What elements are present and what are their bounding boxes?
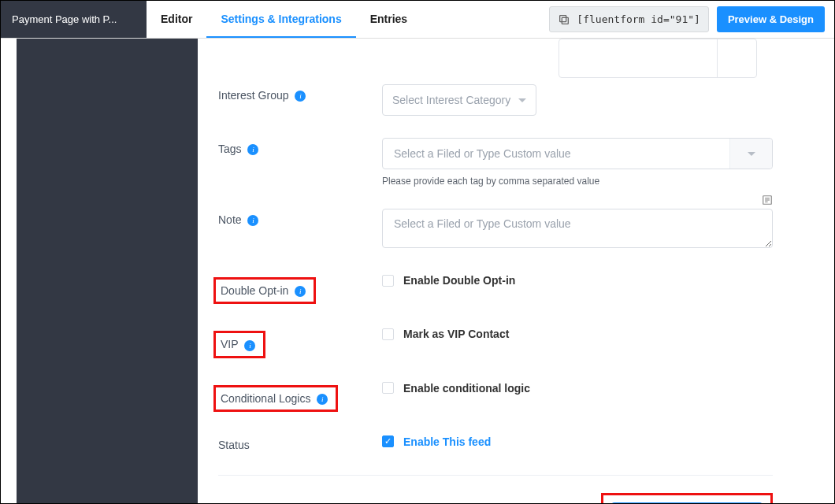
label-conditional: Conditional Logics bbox=[221, 392, 310, 405]
info-icon[interactable]: i bbox=[295, 91, 306, 102]
info-icon[interactable]: i bbox=[317, 394, 328, 405]
interest-group-placeholder: Select Interest Category bbox=[392, 94, 510, 106]
tags-placeholder: Select a Filed or Type Custom value bbox=[394, 147, 571, 160]
label-interest-group: Interest Group i bbox=[218, 84, 382, 116]
tab-editor[interactable]: Editor bbox=[147, 1, 206, 38]
chevron-down-icon bbox=[518, 94, 526, 106]
top-bar: Payment Page with P... Editor Settings &… bbox=[1, 1, 834, 39]
integration-form: Interest Group i Select Interest Categor… bbox=[198, 39, 804, 504]
highlight-vip: VIP i bbox=[213, 331, 265, 358]
row-conditional: Conditional Logics i Enable conditional … bbox=[218, 380, 773, 412]
info-icon[interactable]: i bbox=[247, 144, 258, 155]
tab-group: Editor Settings & Integrations Entries bbox=[147, 1, 421, 38]
left-gutter bbox=[1, 39, 17, 504]
info-icon[interactable]: i bbox=[295, 286, 306, 297]
tags-select[interactable]: Select a Filed or Type Custom value bbox=[382, 138, 773, 169]
shortcode-copy[interactable]: [fluentform id="91"] bbox=[549, 6, 709, 32]
note-textarea[interactable] bbox=[382, 209, 773, 248]
row-status: Status ✓ Enable This feed bbox=[218, 434, 773, 451]
vip-checkbox[interactable] bbox=[382, 328, 394, 340]
chevron-down-icon bbox=[748, 147, 755, 160]
page-title: Payment Page with P... bbox=[1, 1, 147, 38]
previous-field-remnant bbox=[559, 39, 757, 78]
label-status: Status bbox=[218, 434, 382, 451]
interest-group-select[interactable]: Select Interest Category bbox=[382, 84, 536, 116]
copy-icon bbox=[558, 13, 570, 26]
row-vip: VIP i Mark as VIP Contact bbox=[218, 326, 773, 358]
highlight-create-button: Create Mailchimp Feed bbox=[601, 493, 774, 504]
divider bbox=[218, 475, 773, 476]
right-gutter bbox=[804, 39, 834, 504]
tags-helper: Please provide each tag by comma separat… bbox=[382, 176, 773, 187]
spacer bbox=[421, 1, 543, 38]
row-double-optin: Double Opt-in i Enable Double Opt-in bbox=[218, 272, 773, 304]
row-note: Note i bbox=[218, 209, 773, 250]
svg-rect-0 bbox=[562, 17, 569, 24]
label-vip: VIP bbox=[221, 338, 239, 350]
row-tags: Tags i Select a Filed or Type Custom val… bbox=[218, 138, 773, 187]
shortcode-insert-icon[interactable] bbox=[762, 195, 773, 208]
tags-dropdown-toggle[interactable] bbox=[729, 139, 772, 169]
info-icon[interactable]: i bbox=[247, 215, 258, 226]
conditional-checkbox-label[interactable]: Enable conditional logic bbox=[403, 382, 530, 395]
info-icon[interactable]: i bbox=[244, 340, 255, 351]
tab-settings[interactable]: Settings & Integrations bbox=[206, 1, 355, 38]
status-checkbox[interactable]: ✓ bbox=[382, 435, 394, 447]
preview-button[interactable]: Preview & Design bbox=[717, 6, 825, 32]
label-note: Note i bbox=[218, 209, 382, 250]
vip-checkbox-label[interactable]: Mark as VIP Contact bbox=[403, 328, 509, 340]
conditional-checkbox[interactable] bbox=[382, 382, 394, 394]
highlight-conditional: Conditional Logics i bbox=[213, 385, 338, 412]
wp-admin-sidebar bbox=[17, 39, 198, 504]
shortcode-text: [fluentform id="91"] bbox=[577, 13, 700, 25]
status-checkbox-label[interactable]: Enable This feed bbox=[403, 435, 491, 448]
double-optin-checkbox-label[interactable]: Enable Double Opt-in bbox=[403, 274, 515, 287]
double-optin-checkbox[interactable] bbox=[382, 275, 394, 287]
svg-rect-1 bbox=[560, 15, 566, 21]
label-tags: Tags i bbox=[218, 138, 382, 187]
row-interest-group: Interest Group i Select Interest Categor… bbox=[218, 84, 773, 116]
label-double-optin: Double Opt-in bbox=[221, 284, 288, 297]
tab-entries[interactable]: Entries bbox=[356, 1, 421, 38]
highlight-double-optin: Double Opt-in i bbox=[213, 277, 316, 304]
submit-row: Create Mailchimp Feed bbox=[218, 493, 773, 504]
